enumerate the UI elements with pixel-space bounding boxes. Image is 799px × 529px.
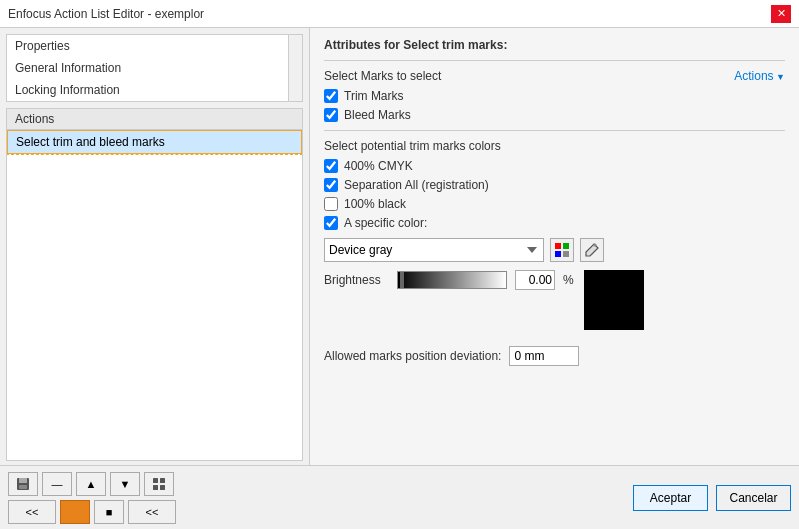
checkbox-separation-label: Separation All (registration) [344, 178, 489, 192]
brightness-slider-track[interactable] [397, 271, 507, 289]
checkbox-separation: Separation All (registration) [324, 178, 785, 192]
svg-rect-11 [160, 485, 165, 490]
checkbox-400cmyk-label: 400% CMYK [344, 159, 413, 173]
close-button[interactable]: ✕ [771, 5, 791, 23]
footer-toolbar-row-1: — ▲ ▼ [8, 472, 318, 496]
checkbox-100black: 100% black [324, 197, 785, 211]
svg-rect-1 [563, 243, 569, 249]
properties-item-locking[interactable]: Locking Information [7, 79, 288, 101]
checkbox-400cmyk-input[interactable] [324, 159, 338, 173]
footer: — ▲ ▼ << ■ << [0, 465, 799, 529]
action-item-select-trim[interactable]: Select trim and bleed marks [7, 130, 302, 154]
cancel-button[interactable]: Cancelar [716, 485, 791, 511]
svg-rect-3 [563, 251, 569, 257]
svg-point-4 [594, 244, 597, 247]
percent-label: % [563, 273, 574, 287]
color-section: Device gray Device CMYK Device RGB [324, 238, 785, 330]
footer-toolbar-row-2: << ■ << [8, 500, 318, 524]
scrollbar-properties[interactable] [288, 35, 302, 101]
toolbar-btn-back-left[interactable]: << [8, 500, 56, 524]
deviation-row: Allowed marks position deviation: [324, 346, 785, 366]
checkbox-bleed-marks: Bleed Marks [324, 108, 785, 122]
brightness-area: Brightness % [324, 270, 574, 298]
checkbox-specific-color-label: A specific color: [344, 216, 427, 230]
properties-list: Properties General Information Locking I… [7, 35, 288, 101]
divider-1 [324, 60, 785, 61]
properties-section: Properties General Information Locking I… [6, 34, 303, 102]
toolbar-btn-orange[interactable] [60, 500, 90, 524]
svg-rect-9 [160, 478, 165, 483]
svg-rect-0 [555, 243, 561, 249]
grid-icon [554, 242, 570, 258]
save-icon [16, 477, 30, 491]
colors-section-label: Select potential trim marks colors [324, 139, 785, 153]
brightness-slider-thumb [400, 272, 404, 288]
checkbox-100black-label: 100% black [344, 197, 406, 211]
checkbox-specific-color-input[interactable] [324, 216, 338, 230]
svg-rect-10 [153, 485, 158, 490]
checkbox-specific-color: A specific color: [324, 216, 785, 230]
color-select[interactable]: Device gray Device CMYK Device RGB [324, 238, 544, 262]
toolbar-btn-down[interactable]: ▼ [110, 472, 140, 496]
divider-2 [324, 130, 785, 131]
toolbar-btn-back-right[interactable]: << [128, 500, 176, 524]
picker-icon [584, 242, 600, 258]
checkbox-trim-marks: Trim Marks [324, 89, 785, 103]
toolbar-btn-save[interactable] [8, 472, 38, 496]
select-marks-label: Select Marks to select [324, 69, 441, 83]
grid-color-button[interactable] [550, 238, 574, 262]
color-preview [584, 270, 644, 330]
color-dropdown-row: Device gray Device CMYK Device RGB [324, 238, 785, 262]
deviation-label: Allowed marks position deviation: [324, 349, 501, 363]
footer-toolbar: — ▲ ▼ << ■ << [8, 472, 318, 524]
brightness-row: Brightness % [324, 270, 574, 290]
footer-right: Aceptar Cancelar [633, 485, 791, 511]
properties-item-general[interactable]: General Information [7, 57, 288, 79]
content-area: Properties General Information Locking I… [0, 28, 799, 465]
left-panel: Properties General Information Locking I… [0, 28, 310, 465]
accept-button[interactable]: Aceptar [633, 485, 708, 511]
checkbox-separation-input[interactable] [324, 178, 338, 192]
picker-button[interactable] [580, 238, 604, 262]
brightness-label: Brightness [324, 273, 389, 287]
brightness-color-row: Brightness % [324, 270, 785, 330]
toolbar-btn-minus[interactable]: — [42, 472, 72, 496]
toolbar-btn-square[interactable]: ■ [94, 500, 124, 524]
toolbar-btn-up[interactable]: ▲ [76, 472, 106, 496]
svg-rect-2 [555, 251, 561, 257]
svg-rect-6 [19, 478, 27, 483]
checkbox-400cmyk: 400% CMYK [324, 159, 785, 173]
actions-section: Actions Select trim and bleed marks [6, 108, 303, 461]
toolbar-btn-grid[interactable] [144, 472, 174, 496]
checkbox-100black-input[interactable] [324, 197, 338, 211]
main-container: Properties General Information Locking I… [0, 28, 799, 529]
checkbox-trim-marks-input[interactable] [324, 89, 338, 103]
checkbox-trim-marks-label: Trim Marks [344, 89, 404, 103]
marks-select-row: Select Marks to select Actions [324, 69, 785, 83]
title-bar: Enfocus Action List Editor - exemplor ✕ [0, 0, 799, 28]
checkbox-bleed-marks-label: Bleed Marks [344, 108, 411, 122]
orange-circle-icon [70, 507, 80, 517]
svg-rect-7 [19, 485, 27, 489]
toolbar-grid-icon [152, 477, 166, 491]
actions-link[interactable]: Actions [734, 69, 785, 83]
actions-section-header: Actions [7, 109, 302, 130]
checkbox-bleed-marks-input[interactable] [324, 108, 338, 122]
right-panel: Attributes for Select trim marks: Select… [310, 28, 799, 465]
svg-rect-8 [153, 478, 158, 483]
properties-item-properties[interactable]: Properties [7, 35, 288, 57]
deviation-input[interactable] [509, 346, 579, 366]
title-bar-text: Enfocus Action List Editor - exemplor [8, 7, 204, 21]
actions-list: Select trim and bleed marks [7, 130, 302, 460]
attributes-title: Attributes for Select trim marks: [324, 38, 785, 52]
brightness-value-input[interactable] [515, 270, 555, 290]
